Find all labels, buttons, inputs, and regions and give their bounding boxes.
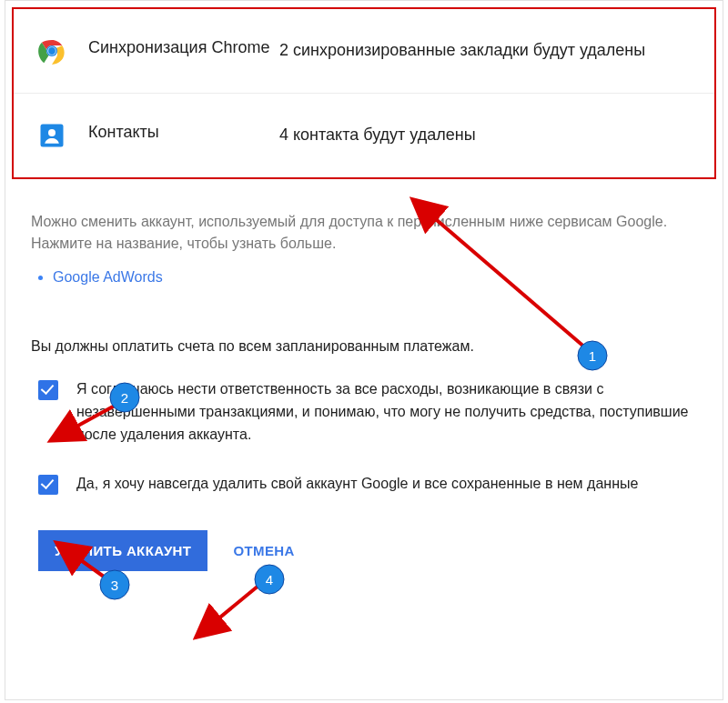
services-highlight-box: Синхронизация Chrome 2 синхронизированны…: [12, 7, 716, 179]
accept-charges-row: Я соглашаюсь нести ответственность за вс…: [5, 369, 723, 455]
service-row-chrome: Синхронизация Chrome 2 синхронизированны…: [14, 9, 714, 94]
adwords-link[interactable]: Google AdWords: [53, 269, 163, 285]
service-row-contacts: Контакты 4 контакта будут удалены: [14, 94, 714, 177]
delete-account-button[interactable]: УДАЛИТЬ АККАУНТ: [38, 530, 207, 571]
info-text: Можно сменить аккаунт, используемый для …: [5, 186, 723, 260]
service-name: Синхронизация Chrome: [88, 35, 279, 57]
confirm-delete-label: Да, я хочу навсегда удалить свой аккаунт…: [76, 473, 638, 496]
accept-charges-label: Я соглашаюсь нести ответственность за вс…: [76, 378, 697, 446]
linked-services-list: Google AdWords: [5, 269, 723, 286]
svg-point-5: [48, 129, 56, 136]
cancel-button[interactable]: ОТМЕНА: [233, 543, 294, 558]
confirm-delete-row: Да, я хочу навсегда удалить свой аккаунт…: [5, 464, 723, 505]
payment-subhead: Вы должны оплатить счета по всем заплани…: [5, 286, 723, 369]
service-desc: 4 контакта будут удалены: [279, 119, 476, 146]
svg-point-3: [48, 47, 56, 55]
dialog-container: Синхронизация Chrome 2 синхронизированны…: [5, 0, 723, 700]
confirm-delete-checkbox[interactable]: [38, 475, 58, 495]
button-row: УДАЛИТЬ АККАУНТ ОТМЕНА: [5, 505, 723, 597]
accept-charges-checkbox[interactable]: [38, 380, 58, 400]
chrome-icon: [35, 35, 68, 67]
contacts-icon: [35, 119, 68, 152]
service-desc: 2 синхронизированные закладки будут удал…: [279, 35, 645, 62]
service-name: Контакты: [88, 119, 279, 142]
